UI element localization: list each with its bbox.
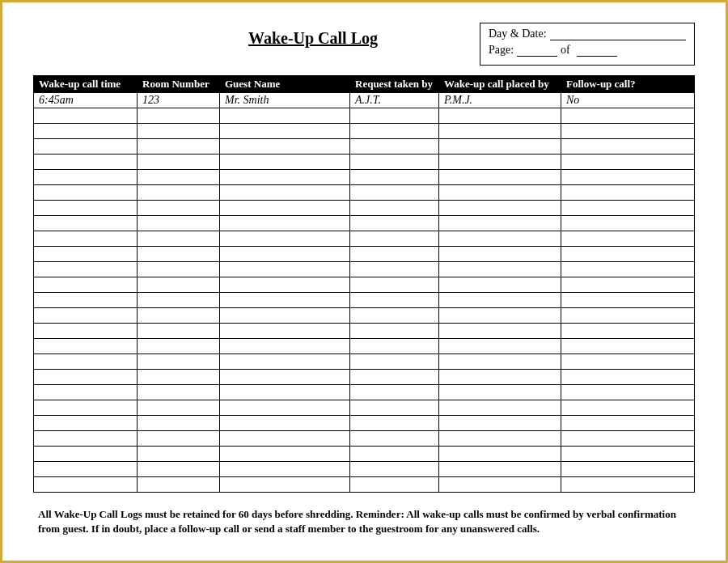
cell-req[interactable]	[350, 370, 439, 385]
cell-follow[interactable]: No	[561, 93, 695, 108]
cell-req[interactable]	[350, 139, 439, 155]
cell-room[interactable]	[138, 447, 220, 462]
cell-placed[interactable]	[439, 293, 561, 308]
cell-room[interactable]	[138, 139, 220, 155]
cell-follow[interactable]	[561, 293, 695, 308]
cell-req[interactable]	[350, 293, 439, 308]
cell-room[interactable]	[138, 277, 220, 293]
cell-placed[interactable]	[439, 462, 561, 477]
cell-guest[interactable]	[220, 124, 350, 139]
cell-time[interactable]: 6:45am	[34, 93, 138, 108]
cell-follow[interactable]	[561, 324, 695, 339]
cell-req[interactable]	[350, 477, 439, 493]
cell-room[interactable]	[138, 262, 220, 277]
cell-follow[interactable]	[561, 308, 695, 324]
cell-req[interactable]	[350, 216, 439, 231]
cell-guest[interactable]: Mr. Smith	[220, 93, 350, 108]
cell-req[interactable]	[350, 155, 439, 170]
cell-follow[interactable]	[561, 139, 695, 155]
cell-placed[interactable]	[439, 385, 561, 400]
cell-follow[interactable]	[561, 108, 695, 124]
cell-placed[interactable]	[439, 308, 561, 324]
cell-placed[interactable]	[439, 354, 561, 370]
cell-room[interactable]	[138, 324, 220, 339]
cell-time[interactable]	[34, 247, 138, 262]
cell-req[interactable]	[350, 447, 439, 462]
cell-time[interactable]	[34, 385, 138, 400]
cell-room[interactable]	[138, 370, 220, 385]
cell-time[interactable]	[34, 400, 138, 416]
cell-room[interactable]	[138, 477, 220, 493]
cell-placed[interactable]	[439, 447, 561, 462]
cell-follow[interactable]	[561, 201, 695, 216]
day-date-field[interactable]	[550, 28, 686, 40]
cell-req[interactable]	[350, 308, 439, 324]
cell-guest[interactable]	[220, 293, 350, 308]
cell-placed[interactable]	[439, 201, 561, 216]
cell-req[interactable]	[350, 170, 439, 185]
cell-placed[interactable]	[439, 247, 561, 262]
cell-room[interactable]: 123	[138, 93, 220, 108]
cell-req[interactable]	[350, 400, 439, 416]
cell-time[interactable]	[34, 216, 138, 231]
cell-req[interactable]	[350, 262, 439, 277]
cell-time[interactable]	[34, 431, 138, 447]
cell-room[interactable]	[138, 462, 220, 477]
cell-placed[interactable]	[439, 185, 561, 201]
cell-placed[interactable]	[439, 124, 561, 139]
cell-time[interactable]	[34, 155, 138, 170]
cell-time[interactable]	[34, 108, 138, 124]
cell-guest[interactable]	[220, 262, 350, 277]
cell-req[interactable]	[350, 339, 439, 354]
cell-time[interactable]	[34, 447, 138, 462]
cell-follow[interactable]	[561, 231, 695, 247]
cell-guest[interactable]	[220, 370, 350, 385]
cell-room[interactable]	[138, 247, 220, 262]
cell-room[interactable]	[138, 124, 220, 139]
cell-follow[interactable]	[561, 185, 695, 201]
cell-follow[interactable]	[561, 354, 695, 370]
cell-guest[interactable]	[220, 155, 350, 170]
cell-follow[interactable]	[561, 262, 695, 277]
cell-req[interactable]	[350, 124, 439, 139]
cell-follow[interactable]	[561, 416, 695, 431]
cell-placed[interactable]	[439, 339, 561, 354]
cell-time[interactable]	[34, 416, 138, 431]
cell-follow[interactable]	[561, 400, 695, 416]
cell-guest[interactable]	[220, 185, 350, 201]
cell-req[interactable]	[350, 108, 439, 124]
cell-time[interactable]	[34, 139, 138, 155]
cell-follow[interactable]	[561, 447, 695, 462]
cell-placed[interactable]	[439, 277, 561, 293]
cell-follow[interactable]	[561, 477, 695, 493]
cell-room[interactable]	[138, 416, 220, 431]
cell-follow[interactable]	[561, 370, 695, 385]
cell-room[interactable]	[138, 185, 220, 201]
cell-time[interactable]	[34, 462, 138, 477]
cell-guest[interactable]	[220, 201, 350, 216]
cell-time[interactable]	[34, 324, 138, 339]
cell-guest[interactable]	[220, 139, 350, 155]
cell-time[interactable]	[34, 201, 138, 216]
cell-time[interactable]	[34, 262, 138, 277]
cell-time[interactable]	[34, 170, 138, 185]
cell-req[interactable]	[350, 431, 439, 447]
cell-placed[interactable]	[439, 477, 561, 493]
cell-req[interactable]	[350, 185, 439, 201]
cell-room[interactable]	[138, 339, 220, 354]
cell-time[interactable]	[34, 339, 138, 354]
cell-placed[interactable]	[439, 416, 561, 431]
cell-room[interactable]	[138, 431, 220, 447]
cell-follow[interactable]	[561, 170, 695, 185]
page-field[interactable]	[517, 44, 557, 57]
cell-guest[interactable]	[220, 400, 350, 416]
cell-guest[interactable]	[220, 216, 350, 231]
cell-time[interactable]	[34, 477, 138, 493]
cell-guest[interactable]	[220, 385, 350, 400]
cell-follow[interactable]	[561, 216, 695, 231]
cell-req[interactable]	[350, 354, 439, 370]
cell-room[interactable]	[138, 108, 220, 124]
cell-time[interactable]	[34, 293, 138, 308]
cell-time[interactable]	[34, 124, 138, 139]
cell-guest[interactable]	[220, 354, 350, 370]
